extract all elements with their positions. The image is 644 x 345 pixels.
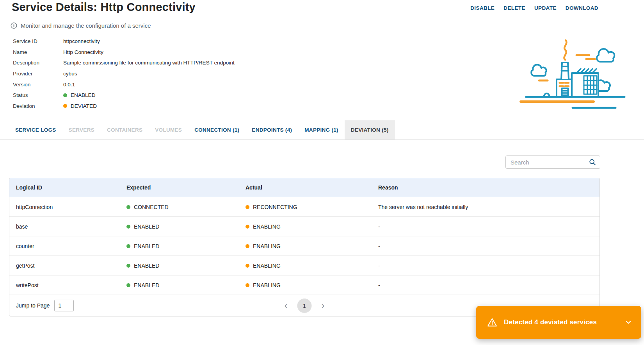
action-button[interactable]: DELETE [503, 5, 525, 11]
detail-value: ENABLED [63, 92, 95, 98]
toast-message: Detected 4 deviated services [504, 318, 597, 326]
service-details: Service ID httpconnectivity Name Http Co… [13, 36, 235, 111]
expected-status-text: ENABLED [134, 223, 159, 230]
detail-value-text: httpconnectivity [63, 38, 100, 44]
detail-label: Deviation [13, 103, 63, 109]
actual-status-dot [246, 283, 249, 287]
expected-status-text: ENABLED [134, 243, 159, 249]
detail-value: Http Connectivity [63, 49, 103, 55]
search-box [505, 156, 600, 169]
info-icon [11, 22, 17, 29]
detail-value: 0.0.1 [63, 82, 75, 88]
search-icon[interactable] [589, 159, 596, 166]
current-page-button[interactable]: 1 [297, 299, 312, 313]
expected-status-text: ENABLED [134, 282, 159, 288]
table-row[interactable]: counter ENABLED ENABLING - [9, 236, 600, 256]
cell-reason: - [372, 263, 600, 269]
factory-illustration [493, 35, 638, 109]
detail-value: cybus [63, 71, 77, 77]
tab[interactable]: SERVERS [62, 120, 101, 139]
cell-logical-id: counter [9, 243, 120, 249]
detail-value-text: cybus [63, 71, 77, 77]
actual-status-dot [246, 244, 249, 248]
cell-reason: The server was not reachable initially [372, 204, 600, 210]
actual-status-text: ENABLING [253, 282, 281, 288]
expected-status-dot [126, 205, 130, 209]
tab[interactable]: CONTAINERS [101, 120, 149, 139]
actual-status-text: ENABLING [253, 243, 281, 249]
header-actions: DISABLE DELETE UPDATE DOWNLOAD [470, 5, 598, 11]
column-header-expected: Expected [120, 184, 239, 191]
search-input[interactable] [511, 159, 589, 166]
detail-label: Status [13, 92, 63, 98]
table-body: httpConnection CONNECTED RECONNECTING Th… [9, 197, 600, 295]
actual-status-text: ENABLING [253, 263, 281, 269]
actual-status-dot [246, 205, 249, 209]
cell-logical-id: writePost [9, 282, 120, 288]
cell-logical-id: base [9, 223, 120, 230]
cell-expected: CONNECTED [120, 204, 239, 210]
table-row[interactable]: getPost ENABLED ENABLING - [9, 256, 600, 275]
cell-logical-id: getPost [9, 263, 120, 269]
detail-row: Name Http Connectivity [13, 47, 235, 58]
jump-to-page: Jump to Page [9, 300, 74, 311]
tab[interactable]: MAPPING (1) [298, 120, 345, 139]
action-button[interactable]: UPDATE [534, 5, 557, 11]
tab[interactable]: ENDPOINTS (4) [246, 120, 298, 139]
status-dot [63, 93, 67, 97]
expected-status-text: CONNECTED [134, 204, 169, 210]
detail-label: Name [13, 49, 63, 55]
next-page-icon[interactable]: › [322, 301, 325, 310]
warning-icon [487, 318, 497, 327]
subtitle-text: Monitor and manage the configuration of … [21, 22, 151, 29]
tab[interactable]: DEVIATION (5) [345, 120, 395, 139]
cell-actual: ENABLING [239, 243, 372, 249]
expected-status-dot [126, 225, 130, 229]
action-button[interactable]: DISABLE [470, 5, 495, 11]
tab[interactable]: SERVICE LOGS [9, 120, 62, 139]
tab-bar: SERVICE LOGS SERVERS CONTAINERS VOLUMES … [0, 120, 644, 140]
detail-value: Sample commissioning file for communicat… [63, 60, 235, 66]
cell-actual: ENABLING [239, 282, 372, 288]
cell-expected: ENABLED [120, 243, 239, 249]
jump-to-page-input[interactable] [54, 300, 74, 311]
status-dot [63, 104, 67, 108]
action-button[interactable]: DOWNLOAD [566, 5, 598, 11]
detail-row: Description Sample commissioning file fo… [13, 57, 235, 68]
pagination: ‹ 1 › [285, 299, 325, 313]
detail-value-text: Sample commissioning file for communicat… [63, 60, 235, 66]
detail-row: Deviation DEVIATED [13, 101, 235, 112]
previous-page-icon[interactable]: ‹ [285, 301, 288, 310]
table-row[interactable]: base ENABLED ENABLING - [9, 216, 600, 236]
detail-value-text: 0.0.1 [63, 82, 75, 88]
cell-actual: ENABLING [239, 223, 372, 230]
detail-value-text: DEVIATED [71, 103, 97, 109]
page-subtitle: Monitor and manage the configuration of … [11, 22, 151, 29]
column-header-reason: Reason [372, 184, 600, 191]
actual-status-text: ENABLING [253, 223, 281, 230]
deviation-toast[interactable]: Detected 4 deviated services [476, 306, 641, 339]
chevron-down-icon[interactable] [624, 318, 633, 327]
cell-expected: ENABLED [120, 263, 239, 269]
expected-status-dot [126, 244, 130, 248]
column-header-actual: Actual [239, 184, 372, 191]
actual-status-dot [246, 264, 249, 268]
page-title: Service Details: Http Connectivity [12, 1, 196, 14]
deviation-table: Logical ID Expected Actual Reason httpCo… [9, 178, 600, 316]
column-header-logical-id: Logical ID [9, 184, 120, 191]
cell-expected: ENABLED [120, 223, 239, 230]
tab[interactable]: CONNECTION (1) [188, 120, 246, 139]
cell-logical-id: httpConnection [9, 204, 120, 210]
detail-row: Provider cybus [13, 68, 235, 79]
detail-label: Description [13, 60, 63, 66]
cell-reason: - [372, 243, 600, 249]
cell-actual: ENABLING [239, 263, 372, 269]
table-header-row: Logical ID Expected Actual Reason [9, 178, 600, 197]
detail-value-text: Http Connectivity [63, 49, 103, 55]
tab[interactable]: VOLUMES [149, 120, 188, 139]
table-row[interactable]: httpConnection CONNECTED RECONNECTING Th… [9, 197, 600, 216]
table-row[interactable]: writePost ENABLED ENABLING - [9, 275, 600, 295]
expected-status-dot [126, 283, 130, 287]
expected-status-dot [126, 264, 130, 268]
detail-row: Version 0.0.1 [13, 79, 235, 90]
